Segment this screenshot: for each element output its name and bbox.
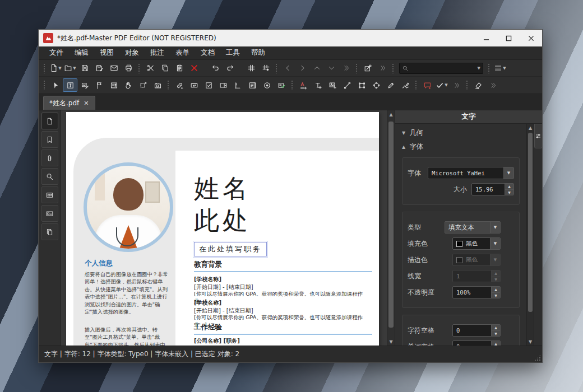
edit-content-tool-button[interactable] xyxy=(77,78,92,92)
fill-color-select[interactable]: 黑色 ▼ xyxy=(452,237,501,250)
search-panel-button[interactable] xyxy=(41,168,58,185)
overflow-button[interactable] xyxy=(339,62,353,75)
font-section-header[interactable]: ▲ 字体 xyxy=(395,139,526,153)
chevron-down-icon[interactable]: ▼ xyxy=(503,167,513,179)
line-tool-button[interactable] xyxy=(340,78,354,92)
document-tab[interactable]: *姓名.pdf ✕ xyxy=(43,96,95,110)
scroll-down-icon[interactable]: ▼ xyxy=(527,338,534,346)
spin-up-icon[interactable]: ▲ xyxy=(505,184,513,190)
search-input[interactable]: ▼ xyxy=(399,63,483,74)
panel-scrollbar[interactable]: ▲ ▼ xyxy=(526,124,534,346)
maximize-button[interactable] xyxy=(497,30,520,46)
pdf-page[interactable]: 姓名此处 在此处填写职务 个人信息 想要将自己的图像放在圆圈中？非常简单！选择图… xyxy=(66,112,379,346)
redo-button[interactable] xyxy=(223,62,237,75)
title-bar[interactable]: *姓名.pdf-Master PDF Editor (NOT REGISTERE… xyxy=(39,30,542,46)
form-fields-panel-button[interactable] xyxy=(41,186,58,203)
char-spacing-spinner[interactable]: 0 ▲▼ xyxy=(452,324,501,337)
toolbar-grip[interactable] xyxy=(415,80,418,90)
resume-job-textbox[interactable]: 在此处填写职务 xyxy=(194,242,267,256)
toolbar-grip[interactable] xyxy=(392,63,395,73)
email-button[interactable] xyxy=(107,62,121,75)
spin-up-icon[interactable]: ▲ xyxy=(492,341,500,346)
rectangle-tool-button[interactable] xyxy=(354,78,369,92)
list-box-tool-button[interactable] xyxy=(245,78,260,92)
resume-name[interactable]: 姓名此处 xyxy=(194,172,251,236)
highlight-text-tool-button[interactable] xyxy=(296,78,311,92)
toolbar-grip[interactable] xyxy=(167,80,170,90)
eraser-tool-button[interactable] xyxy=(471,78,485,92)
save-as-button[interactable] xyxy=(92,62,107,75)
radio-button-tool-button[interactable] xyxy=(260,78,274,92)
add-image-tool-button[interactable] xyxy=(325,78,340,92)
document-scrollbar[interactable]: ▲ ▼ xyxy=(387,110,395,346)
signature-tool-button[interactable] xyxy=(398,78,413,92)
cut-button[interactable] xyxy=(143,62,158,75)
chevron-down-icon[interactable]: ▼ xyxy=(58,66,61,71)
toolbar-grip[interactable] xyxy=(43,80,46,90)
menu-item-8[interactable]: 帮助 xyxy=(246,47,270,59)
scroll-down-icon[interactable]: ▼ xyxy=(387,338,395,346)
toolbar-grip[interactable] xyxy=(466,80,469,90)
document-area[interactable]: 姓名此处 在此处填写职务 个人信息 想要将自己的图像放在圆圈中？非常简单！选择图… xyxy=(61,110,387,346)
chevron-down-icon[interactable]: ▼ xyxy=(490,238,500,249)
page-down-button[interactable] xyxy=(324,62,339,75)
spin-up-icon[interactable]: ▲ xyxy=(492,325,500,331)
open-button[interactable]: ▼ xyxy=(63,62,77,75)
new-document-button[interactable]: ▼ xyxy=(48,62,63,75)
text-field-tool-button[interactable] xyxy=(187,78,201,92)
scroll-track[interactable] xyxy=(527,132,534,338)
toolbar-grip[interactable] xyxy=(275,63,278,73)
properties-toggle-button[interactable] xyxy=(534,124,543,148)
edit-text-tool-button[interactable] xyxy=(63,78,77,92)
next-page-button[interactable] xyxy=(295,62,309,75)
menu-item-5[interactable]: 表单 xyxy=(170,47,195,59)
menu-item-1[interactable]: 编辑 xyxy=(70,47,94,59)
flag-tool-button[interactable] xyxy=(92,78,107,92)
forms-tool-button[interactable] xyxy=(107,78,121,92)
toolbar-grip[interactable] xyxy=(43,63,46,73)
spin-down-icon[interactable]: ▼ xyxy=(492,331,500,337)
menu-item-4[interactable]: 批注 xyxy=(145,47,169,59)
print-button[interactable] xyxy=(121,62,136,75)
add-text-tool-button[interactable] xyxy=(311,78,325,92)
toolbar-grip[interactable] xyxy=(138,63,141,73)
toolbar-grip[interactable] xyxy=(291,80,294,90)
minimize-button[interactable] xyxy=(475,30,497,46)
checkbox-tool-button[interactable] xyxy=(201,78,216,92)
combo-box-tool-button[interactable] xyxy=(216,78,230,92)
select-tool-button[interactable] xyxy=(48,78,63,92)
bookmarks-panel-button[interactable] xyxy=(41,131,58,148)
menu-item-6[interactable]: 文档 xyxy=(196,47,220,59)
tab-close-icon[interactable]: ✕ xyxy=(84,100,89,107)
menu-item-7[interactable]: 工具 xyxy=(221,47,245,59)
snap-grid-button[interactable] xyxy=(258,62,273,75)
search-input-field[interactable] xyxy=(409,65,478,72)
scroll-thumb[interactable] xyxy=(388,122,394,328)
overflow-tools-button-2[interactable] xyxy=(485,78,500,92)
attachments-panel-button[interactable] xyxy=(41,150,58,166)
fit-screen-button[interactable] xyxy=(360,62,375,75)
comment-tool-button[interactable] xyxy=(420,78,434,92)
copy-button[interactable] xyxy=(158,62,172,75)
opacity-spinner[interactable]: 100% ▲▼ xyxy=(452,286,501,298)
spin-up-icon[interactable]: ▲ xyxy=(492,287,500,293)
spin-down-icon[interactable]: ▼ xyxy=(505,190,513,195)
close-button[interactable] xyxy=(520,30,542,46)
polygon-tool-button[interactable] xyxy=(369,78,383,92)
toolbar-grip[interactable] xyxy=(355,63,358,73)
chevron-down-icon[interactable]: ▼ xyxy=(490,222,500,233)
profile-photo[interactable] xyxy=(84,162,173,252)
scroll-thumb[interactable] xyxy=(528,133,533,312)
spin-down-icon[interactable]: ▼ xyxy=(492,293,500,298)
font-family-select[interactable]: Microsoft YaHei ▼ xyxy=(428,167,514,179)
chevron-down-icon[interactable]: ▼ xyxy=(445,83,447,87)
overflow-button-2[interactable] xyxy=(375,62,390,75)
chevron-down-icon[interactable]: ▼ xyxy=(478,66,480,71)
pages-panel-button[interactable] xyxy=(41,113,58,129)
scroll-up-icon[interactable]: ▲ xyxy=(527,124,534,132)
pencil-tool-button[interactable] xyxy=(383,78,398,92)
link-tool-button[interactable] xyxy=(172,78,187,92)
spinner-buttons[interactable]: ▲▼ xyxy=(491,341,500,346)
prev-page-button[interactable] xyxy=(280,62,295,75)
spinner-buttons[interactable]: ▲▼ xyxy=(491,287,500,298)
